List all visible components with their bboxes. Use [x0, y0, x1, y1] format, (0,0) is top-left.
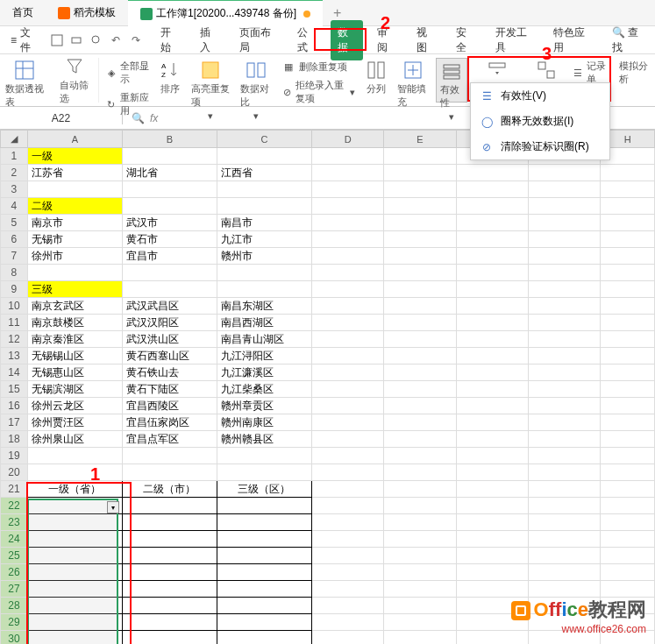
- cell[interactable]: 南京秦淮区: [27, 331, 122, 348]
- cell[interactable]: 江西省: [217, 165, 311, 181]
- cell[interactable]: 武汉市: [122, 215, 217, 231]
- ribbon-show-all[interactable]: ◈全部显示: [103, 58, 153, 88]
- qat-print-button[interactable]: [68, 31, 85, 50]
- cell[interactable]: 宜昌市: [122, 248, 217, 265]
- row-header[interactable]: 19: [1, 448, 28, 464]
- cell[interactable]: [27, 514, 122, 531]
- ribbon-remove-dup[interactable]: ▦删除重复项: [278, 58, 359, 75]
- cell[interactable]: [217, 614, 311, 631]
- ribbon-text-to-columns[interactable]: 分列: [362, 58, 390, 103]
- col-header-C[interactable]: C: [217, 131, 311, 148]
- row-header[interactable]: 5: [1, 215, 28, 231]
- cell[interactable]: 二级: [27, 198, 122, 215]
- cell[interactable]: [122, 531, 217, 548]
- cell[interactable]: 赣州南康区: [217, 414, 311, 431]
- row-header[interactable]: 2: [1, 165, 28, 181]
- ribbon-reject-dup[interactable]: ⊘拒绝录入重复项▾: [278, 77, 359, 107]
- cell[interactable]: 徐州市: [27, 248, 122, 265]
- row-header[interactable]: 6: [1, 231, 28, 248]
- cell[interactable]: 三级: [27, 281, 122, 298]
- row-header[interactable]: 10: [1, 298, 28, 315]
- ribbon-data-compare[interactable]: 数据对比▾: [237, 58, 274, 103]
- cell[interactable]: 武汉洪山区: [122, 331, 217, 348]
- cell[interactable]: [122, 514, 217, 531]
- cell[interactable]: [217, 631, 311, 645]
- cell[interactable]: 九江濂溪区: [217, 364, 311, 381]
- row-header[interactable]: 28: [1, 598, 28, 614]
- validity-menuitem-circle[interactable]: ◯圈释无效数据(I): [471, 109, 609, 134]
- cell[interactable]: 宜昌西陵区: [122, 398, 217, 414]
- col-header-D[interactable]: D: [311, 131, 383, 148]
- select-all-corner[interactable]: ◢: [1, 131, 28, 148]
- cell[interactable]: 武汉武昌区: [122, 298, 217, 315]
- cell[interactable]: 南昌市: [217, 215, 311, 231]
- cell[interactable]: [122, 564, 217, 581]
- row-header[interactable]: 21: [1, 481, 28, 498]
- validity-menuitem-clear[interactable]: ⊘清除验证标识圈(R): [471, 134, 609, 159]
- cell[interactable]: 九江浔阳区: [217, 348, 311, 364]
- cell[interactable]: 武汉汉阳区: [122, 315, 217, 331]
- cell[interactable]: [27, 614, 122, 631]
- cell[interactable]: 黄石市: [122, 231, 217, 248]
- cell[interactable]: 一级: [27, 148, 122, 165]
- spreadsheet-grid[interactable]: ◢ A B C D E F G H 1一级 2江苏省湖北省江西省 3 4二级 5…: [0, 130, 655, 644]
- cell[interactable]: 无锡惠山区: [27, 364, 122, 381]
- col-header-A[interactable]: A: [27, 131, 122, 148]
- ribbon-smart-fill[interactable]: 智能填充: [394, 58, 431, 103]
- col-header-E[interactable]: E: [384, 131, 456, 148]
- cell[interactable]: 宜昌伍家岗区: [122, 414, 217, 431]
- cell[interactable]: 徐州泉山区: [27, 431, 122, 448]
- row-header[interactable]: 15: [1, 381, 28, 398]
- cell[interactable]: 无锡滨湖区: [27, 381, 122, 398]
- cell[interactable]: [27, 598, 122, 614]
- cell[interactable]: 湖北省: [122, 165, 217, 181]
- cell-dropdown-handle[interactable]: ▾: [107, 501, 119, 513]
- ribbon-pivot-table[interactable]: 数据透视表: [2, 58, 47, 103]
- tab-templates[interactable]: 稻壳模板: [46, 0, 128, 25]
- cell[interactable]: [122, 614, 217, 631]
- cell[interactable]: 徐州贾汪区: [27, 414, 122, 431]
- row-header[interactable]: 11: [1, 315, 28, 331]
- cell[interactable]: 二级（市）: [122, 481, 217, 498]
- cell[interactable]: 赣州赣县区: [217, 431, 311, 448]
- cell[interactable]: [217, 564, 311, 581]
- row-header[interactable]: 25: [1, 548, 28, 564]
- row-header[interactable]: 23: [1, 514, 28, 531]
- cell[interactable]: 一级（省）: [27, 481, 122, 498]
- cell[interactable]: 南昌东湖区: [217, 298, 311, 315]
- row-header[interactable]: 12: [1, 331, 28, 348]
- row-header[interactable]: 26: [1, 564, 28, 581]
- cell[interactable]: [217, 581, 311, 598]
- file-menu[interactable]: ≡ 文件: [4, 25, 46, 55]
- cell[interactable]: [217, 548, 311, 564]
- cell[interactable]: 南京鼓楼区: [27, 315, 122, 331]
- cell[interactable]: [217, 598, 311, 614]
- cell[interactable]: [27, 548, 122, 564]
- ribbon-reapply[interactable]: ↻重新应用: [103, 89, 153, 119]
- row-header[interactable]: 1: [1, 148, 28, 165]
- cell[interactable]: [27, 581, 122, 598]
- tab-home[interactable]: 首页: [0, 0, 46, 25]
- row-header[interactable]: 13: [1, 348, 28, 364]
- ribbon-simulate[interactable]: 模拟分析: [616, 58, 653, 103]
- cell[interactable]: [122, 498, 217, 514]
- cell[interactable]: [27, 631, 122, 645]
- row-header[interactable]: 24: [1, 531, 28, 548]
- ribbon-sort[interactable]: AZ排序: [156, 58, 184, 103]
- cell[interactable]: 宜昌点军区: [122, 431, 217, 448]
- cell[interactable]: [27, 564, 122, 581]
- row-header[interactable]: 9: [1, 281, 28, 298]
- row-header[interactable]: 17: [1, 414, 28, 431]
- row-header[interactable]: 27: [1, 581, 28, 598]
- cell[interactable]: 黄石铁山去: [122, 364, 217, 381]
- cell[interactable]: 三级（区）: [217, 481, 311, 498]
- qat-undo-button[interactable]: ↶: [107, 31, 125, 50]
- validity-menuitem-validity[interactable]: ☰有效性(V): [471, 83, 609, 109]
- cell[interactable]: 南昌西湖区: [217, 315, 311, 331]
- cell[interactable]: 南京玄武区: [27, 298, 122, 315]
- row-header[interactable]: 14: [1, 364, 28, 381]
- row-header[interactable]: 22: [1, 498, 28, 514]
- ribbon-validity[interactable]: 有效性▾: [436, 58, 467, 103]
- cell[interactable]: 南昌青山湖区: [217, 331, 311, 348]
- col-header-B[interactable]: B: [122, 131, 217, 148]
